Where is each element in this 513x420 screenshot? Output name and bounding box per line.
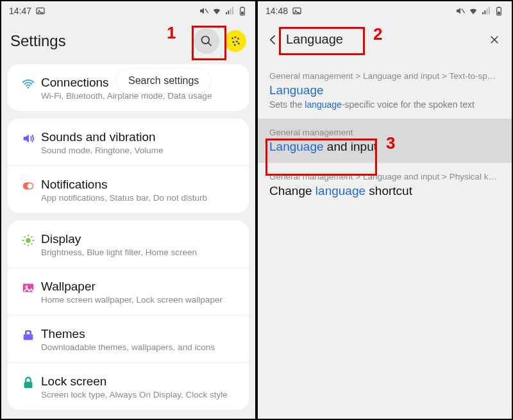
- wifi-icon: [468, 6, 478, 16]
- svg-rect-41: [489, 7, 490, 14]
- svg-rect-43: [498, 12, 500, 14]
- wifi-icon: [212, 6, 222, 16]
- lock-icon: [15, 374, 41, 390]
- status-bar: 14:48: [258, 1, 512, 21]
- settings-item-sound[interactable]: Sounds and vibrationSound mode, Ringtone…: [8, 119, 249, 165]
- battery-icon: [494, 6, 504, 16]
- item-subtitle: Screen lock type, Always On Display, Clo…: [41, 390, 228, 399]
- svg-point-19: [28, 87, 29, 88]
- close-icon: [489, 34, 500, 46]
- search-tooltip: Search settings: [117, 69, 210, 93]
- item-subtitle: Home screen wallpaper, Lock screen wallp…: [41, 295, 223, 305]
- svg-rect-33: [24, 334, 33, 340]
- bixby-icon: [230, 35, 241, 47]
- settings-item-notif[interactable]: NotificationsApp notifications, Status b…: [8, 165, 249, 213]
- svg-rect-34: [24, 382, 33, 388]
- image-icon: [35, 6, 46, 16]
- settings-screen: 14:47 Settings Search settings Connectio…: [1, 1, 255, 419]
- item-title: Display: [41, 232, 197, 246]
- settings-item-lock[interactable]: Lock screenScreen lock type, Always On D…: [8, 362, 249, 410]
- svg-line-27: [24, 237, 26, 238]
- svg-point-15: [233, 41, 235, 43]
- svg-point-18: [238, 42, 240, 44]
- svg-rect-39: [484, 10, 485, 14]
- item-subtitle: App notifications, Status bar, Do not di…: [41, 193, 207, 203]
- settings-item-wallpaper[interactable]: WallpaperHome screen wallpaper, Lock scr…: [8, 267, 249, 315]
- settings-list: ConnectionsWi-Fi, Bluetooth, Airplane mo…: [1, 64, 255, 410]
- svg-line-29: [31, 237, 33, 238]
- clear-button[interactable]: [484, 29, 505, 51]
- item-title: Lock screen: [41, 374, 228, 389]
- settings-group: Sounds and vibrationSound mode, Ringtone…: [8, 119, 249, 213]
- item-title: Notifications: [41, 178, 207, 192]
- item-title: Sounds and vibration: [41, 130, 164, 144]
- svg-rect-40: [487, 9, 488, 15]
- themes-icon: [15, 327, 41, 342]
- item-subtitle: Downloadable themes, wallpapers, and ico…: [41, 342, 215, 352]
- svg-rect-6: [232, 7, 233, 14]
- svg-rect-9: [242, 6, 244, 7]
- display-icon: [15, 232, 41, 248]
- svg-point-14: [237, 38, 239, 40]
- search-screen: 14:48 General management > Language and …: [258, 1, 512, 419]
- result-breadcrumb: General management > Language and input …: [269, 71, 500, 81]
- svg-point-16: [236, 40, 238, 42]
- sound-icon: [15, 130, 41, 146]
- image-icon: [292, 6, 302, 16]
- svg-point-21: [28, 183, 33, 189]
- annotation-number-2: 2: [373, 24, 382, 44]
- svg-point-22: [26, 238, 30, 242]
- svg-rect-8: [241, 12, 244, 14]
- svg-point-32: [25, 285, 28, 288]
- settings-item-display[interactable]: DisplayBrightness, Blue light filter, Ho…: [8, 221, 249, 267]
- annotation-box-2: [279, 27, 365, 55]
- battery-icon: [237, 6, 248, 16]
- annotation-number-3: 3: [386, 133, 395, 153]
- svg-line-28: [31, 244, 33, 245]
- search-results: General management > Language and input …: [258, 62, 512, 207]
- signal-icon: [481, 6, 491, 16]
- svg-line-37: [462, 9, 465, 13]
- result-title: Change language shortcut: [269, 184, 500, 198]
- result-title: Language: [269, 83, 500, 97]
- item-title: Wallpaper: [41, 280, 223, 294]
- result-breadcrumb: General management: [269, 128, 500, 137]
- annotation-number-1: 1: [167, 23, 176, 43]
- svg-point-12: [231, 37, 233, 39]
- wallpaper-icon: [15, 280, 41, 295]
- page-title: Settings: [10, 32, 66, 50]
- signal-icon: [224, 6, 235, 16]
- item-subtitle: Brightness, Blue light filter, Home scre…: [41, 248, 197, 257]
- svg-rect-5: [230, 9, 231, 15]
- notif-icon: [15, 178, 41, 193]
- settings-group: DisplayBrightness, Blue light filter, Ho…: [8, 221, 249, 410]
- wifi-icon: [15, 76, 41, 91]
- annotation-box-1: [192, 26, 226, 60]
- result-description: Sets the language-specific voice for the…: [269, 99, 500, 110]
- search-result[interactable]: General management > Language and input …: [258, 62, 512, 119]
- svg-line-2: [205, 9, 208, 13]
- mute-icon: [199, 6, 209, 16]
- status-bar: 14:47: [1, 1, 255, 21]
- bixby-button[interactable]: [224, 30, 246, 52]
- status-time: 14:48: [265, 6, 288, 16]
- svg-line-30: [24, 244, 26, 245]
- settings-item-themes[interactable]: ThemesDownloadable themes, wallpapers, a…: [8, 315, 249, 362]
- status-time: 14:47: [9, 6, 31, 16]
- item-subtitle: Sound mode, Ringtone, Volume: [41, 146, 164, 155]
- item-title: Themes: [41, 327, 215, 341]
- svg-rect-38: [482, 12, 484, 14]
- svg-rect-44: [498, 6, 500, 7]
- svg-point-13: [235, 37, 237, 38]
- mute-icon: [455, 6, 466, 16]
- svg-point-17: [234, 44, 236, 46]
- annotation-box-3: [265, 139, 377, 176]
- svg-rect-4: [228, 10, 229, 14]
- chevron-left-icon: [267, 33, 280, 46]
- svg-rect-3: [226, 12, 227, 14]
